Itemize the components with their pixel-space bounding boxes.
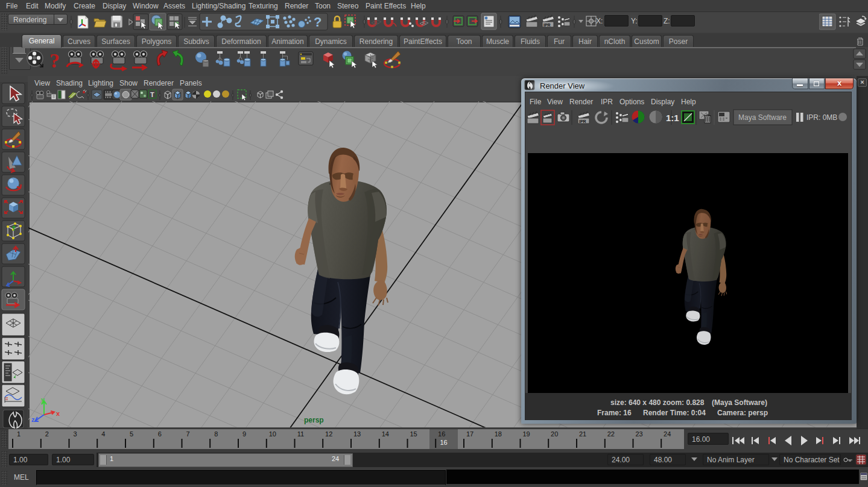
svg-text:14: 14 [382, 430, 389, 438]
svg-text:11: 11 [297, 430, 304, 438]
svg-text:13: 13 [353, 430, 361, 438]
svg-text:19: 19 [522, 430, 530, 438]
svg-text:Maya Software: Maya Software [738, 113, 787, 122]
svg-text:5: 5 [130, 430, 133, 438]
svg-text:IPR: 0MB: IPR: 0MB [806, 113, 837, 122]
svg-text:3: 3 [73, 430, 77, 438]
svg-text:16: 16 [438, 430, 445, 438]
svg-text:21: 21 [579, 430, 586, 438]
svg-text:6: 6 [158, 430, 162, 438]
svg-text:2: 2 [45, 430, 49, 438]
svg-text:z: z [31, 416, 35, 423]
svg-text:23: 23 [635, 430, 642, 438]
svg-text:24: 24 [664, 430, 671, 438]
svg-text:17: 17 [466, 430, 474, 438]
svg-text:IPR: IPR [543, 23, 551, 27]
svg-text:18: 18 [495, 430, 502, 438]
svg-text:8: 8 [214, 430, 218, 438]
svg-text:x: x [56, 410, 60, 417]
svg-text:T: T [150, 91, 154, 98]
svg-text:12: 12 [325, 430, 332, 438]
svg-text:4: 4 [101, 430, 105, 438]
svg-text:22: 22 [607, 430, 615, 438]
svg-text:10: 10 [269, 430, 276, 438]
svg-text:7: 7 [186, 430, 189, 438]
svg-text:9: 9 [242, 430, 246, 438]
svg-text:1:1: 1:1 [666, 113, 679, 123]
svg-text:15: 15 [410, 430, 417, 438]
svg-text:?: ? [49, 49, 60, 72]
svg-text:y: y [41, 396, 45, 403]
svg-text:20: 20 [551, 430, 558, 438]
svg-text:1: 1 [17, 430, 21, 438]
svg-text:persp: persp [304, 416, 324, 424]
svg-text:?: ? [314, 14, 322, 30]
svg-text:IPR: IPR [579, 119, 586, 124]
